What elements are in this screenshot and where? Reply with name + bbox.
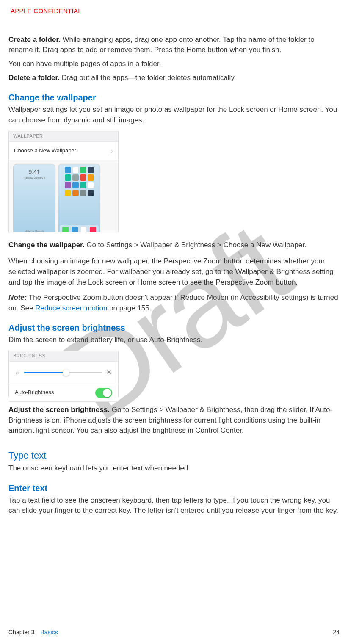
change-wallpaper-step: Change the wallpaper. Go to Settings > W… xyxy=(8,240,340,251)
brightness-slider[interactable] xyxy=(24,372,102,373)
change-wallpaper-bold: Change the wallpaper. xyxy=(8,241,85,249)
note-para: Note: The Perspective Zoom button doesn'… xyxy=(8,293,340,313)
app-icon xyxy=(72,182,79,188)
app-icon xyxy=(72,190,79,196)
app-icon xyxy=(65,174,71,181)
sun-small-icon: ☼ xyxy=(15,369,20,377)
delete-folder-text: Drag out all the apps—the folder deletes… xyxy=(60,74,236,82)
change-wallpaper-text: Go to Settings > Wallpaper & Brightness … xyxy=(85,241,307,249)
change-wallpaper-heading: Change the wallpaper xyxy=(8,91,340,104)
preview-time: 9:41 xyxy=(14,168,55,176)
home-screen-preview xyxy=(58,164,100,232)
delete-folder-para: Delete a folder. Drag out all the apps—t… xyxy=(8,73,340,83)
music-app-icon xyxy=(90,227,96,232)
choose-wallpaper-label: Choose a New Wallpaper xyxy=(14,147,76,155)
brightness-ss-header: BRIGHTNESS xyxy=(9,351,118,362)
app-icon xyxy=(80,174,86,181)
brightness-slider-row: ☼ ☀ xyxy=(9,362,118,384)
slider-thumb-icon[interactable] xyxy=(63,369,69,376)
create-folder-para: Create a folder. While arranging apps, d… xyxy=(8,35,340,55)
enter-text-para: Tap a text field to see the onscreen key… xyxy=(8,495,340,516)
app-icon xyxy=(65,182,71,188)
multi-pages-para: You can have multiple pages of apps in a… xyxy=(8,59,340,69)
wallpaper-ss-header: WALLPAPER xyxy=(9,131,118,142)
perspective-para: When choosing an image for new wallpaper… xyxy=(8,256,340,287)
brightness-screenshot: BRIGHTNESS ☼ ☀ Auto-Brightness xyxy=(8,351,119,397)
brightness-heading: Adjust the screen brightness xyxy=(8,322,340,334)
page-number: 24 xyxy=(333,628,340,636)
app-icon xyxy=(80,167,86,173)
adjust-bold: Adjust the screen brightness. xyxy=(8,406,110,414)
wallpaper-intro: Wallpaper settings let you set an image … xyxy=(8,105,340,125)
phone-app-icon xyxy=(62,227,69,232)
app-icon xyxy=(88,190,94,196)
confidential-marker: APPLE CONFIDENTIAL xyxy=(11,6,340,16)
chevron-right-icon: › xyxy=(111,146,113,156)
auto-brightness-label: Auto-Brightness xyxy=(15,389,54,397)
reduce-motion-link[interactable]: Reduce screen motion xyxy=(35,304,107,312)
app-icon xyxy=(65,190,71,196)
choose-wallpaper-row: Choose a New Wallpaper › xyxy=(9,142,118,160)
app-icon xyxy=(65,167,71,173)
preview-date: Tuesday, January 9 xyxy=(14,176,55,180)
app-icon xyxy=(72,174,79,181)
safari-app-icon xyxy=(80,227,87,232)
auto-brightness-toggle[interactable] xyxy=(95,388,112,398)
app-icon xyxy=(88,174,94,181)
type-text-heading: Type text xyxy=(8,449,340,462)
create-folder-bold: Create a folder. xyxy=(8,36,61,44)
app-icon xyxy=(72,167,79,173)
dock xyxy=(60,225,99,232)
mail-app-icon xyxy=(72,227,78,232)
app-icon xyxy=(80,190,86,196)
note-label: Note: xyxy=(8,293,27,301)
app-icon xyxy=(88,182,94,188)
brightness-intro: Dim the screen to extend battery life, o… xyxy=(8,335,340,345)
app-icon xyxy=(80,182,86,188)
chapter-label: Chapter 3 xyxy=(8,629,34,636)
type-text-intro: The onscreen keyboard lets you enter tex… xyxy=(8,463,340,474)
chapter-title: Basics xyxy=(40,629,58,636)
page-footer: Chapter 3 Basics 24 xyxy=(8,628,340,636)
wallpaper-screenshot: WALLPAPER Choose a New Wallpaper › 9:41 … xyxy=(8,131,119,232)
sun-large-icon: ☀ xyxy=(106,368,112,378)
note-text-2: on page 155. xyxy=(107,304,151,312)
enter-text-heading: Enter text xyxy=(8,482,340,495)
delete-folder-bold: Delete a folder. xyxy=(8,74,60,82)
slide-unlock-text: slide to Unlock xyxy=(14,229,55,232)
lock-screen-preview: 9:41 Tuesday, January 9 slide to Unlock xyxy=(13,164,55,232)
auto-brightness-row: Auto-Brightness xyxy=(9,384,118,402)
app-icon xyxy=(88,167,94,173)
adjust-brightness-para: Adjust the screen brightness. Go to Sett… xyxy=(8,405,340,436)
